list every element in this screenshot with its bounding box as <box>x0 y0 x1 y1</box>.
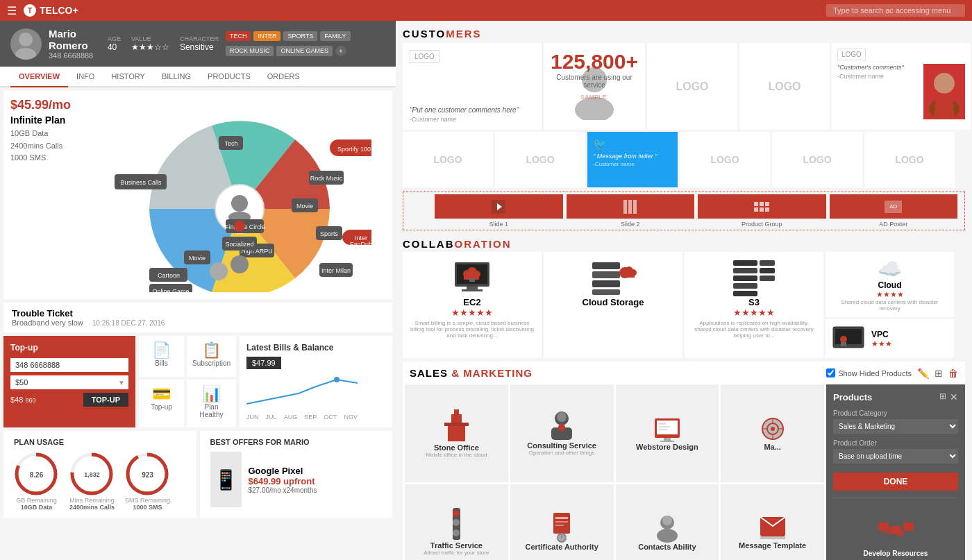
search-input[interactable] <box>826 4 965 17</box>
offer-name: Google Pixel <box>249 466 317 476</box>
cloud-vpc-stack: ☁️ Cloud ★★★★ Shared cloud data centers … <box>826 252 954 358</box>
svg-rect-61 <box>835 329 862 344</box>
sm-webstore[interactable]: Webstore Design <box>616 384 719 482</box>
customer-name: -Customer name <box>410 116 535 123</box>
category-label: Product Category <box>833 409 958 417</box>
topup-phone-input[interactable] <box>10 358 128 372</box>
plan-healthy-action[interactable]: 📊 Plan Healthy <box>187 380 236 428</box>
mins-usage: 1,832 Mins Remaining 2400mins Calls <box>69 452 115 511</box>
cloud-name: Cloud <box>878 280 902 290</box>
sm-consulting[interactable]: Consulting Service Operation and other t… <box>510 384 614 482</box>
tab-orders[interactable]: ORDERS <box>259 67 308 87</box>
hamburger-icon[interactable]: ☰ <box>7 4 17 17</box>
svg-rect-105 <box>897 531 904 536</box>
tab-overview[interactable]: OVERVIEW <box>10 67 68 87</box>
show-hidden-label[interactable]: Show Hided Products <box>826 368 912 377</box>
tag-rock[interactable]: ROCK MUSIC <box>226 46 274 56</box>
sm-certificate[interactable]: Certificate Authority <box>510 484 614 561</box>
collab-cloud-storage[interactable]: Cloud Storage <box>544 252 682 358</box>
svg-text:Sports: Sports <box>320 230 339 237</box>
plan-usage-title: PLAN USAGE <box>14 438 186 446</box>
show-hidden-checkbox[interactable] <box>826 368 835 377</box>
topup-amount-input[interactable] <box>10 375 128 389</box>
radial-chart-svg: Sportify 100 Business Calls Tech Rock Mu… <box>108 98 371 292</box>
sm-header: SALES & MARKETING Show Hided Products ✏️… <box>403 362 965 384</box>
collab-vpc[interactable]: VPC ★★★ <box>826 319 954 358</box>
avatar <box>10 28 42 60</box>
svg-text:Finance Circle: Finance Circle <box>225 223 265 230</box>
slides-row: Slide 1 Slide 2 <box>403 192 965 230</box>
svg-point-98 <box>657 529 678 543</box>
done-button[interactable]: DONE <box>833 473 958 491</box>
svg-rect-77 <box>664 438 671 441</box>
left-panel: Mario Romero 348 6668888 AGE 40 VALUE ★★… <box>0 21 396 560</box>
brand-logo: T TELCO+ <box>24 4 78 17</box>
slides-spacer <box>410 194 431 228</box>
svg-rect-64 <box>448 426 465 441</box>
slide-ad-poster[interactable]: AD AD Poster <box>830 194 958 228</box>
tag-family[interactable]: FAMILY <box>320 31 350 41</box>
tab-history[interactable]: HISTORY <box>103 67 153 87</box>
svg-rect-52 <box>733 260 757 266</box>
s3-desc: Applications is replicated on high avail… <box>692 320 816 339</box>
svg-rect-54 <box>733 275 757 281</box>
cloud-desc: Shared cloud data centers with disaster … <box>831 299 948 312</box>
offer-image: 📱 <box>210 452 242 507</box>
topup-button[interactable]: TOP-UP <box>83 393 128 407</box>
order-select[interactable]: Base on upload time <box>833 449 958 464</box>
category-select[interactable]: Sales & Marketing <box>833 419 958 434</box>
person-bubble-2[interactable] <box>210 262 228 280</box>
slide-product-group[interactable]: Product Group <box>698 194 826 228</box>
sm-message-template[interactable]: Message Template <box>721 484 824 561</box>
topup-action[interactable]: 💳 Top-up <box>139 380 184 428</box>
collab-cloud[interactable]: ☁️ Cloud ★★★★ Shared cloud data centers … <box>826 252 954 317</box>
s3-stars: ★★★★★ <box>733 307 775 318</box>
tab-products[interactable]: PRODUCTS <box>199 67 259 87</box>
tag-games[interactable]: ONLINE GAMES <box>276 46 333 56</box>
quick-actions: 📄 Bills 📋 Subscription 💳 Top-up 📊 Plan H… <box>139 336 236 427</box>
tag-inter[interactable]: INTER <box>253 31 280 41</box>
ma-name: Ma... <box>764 443 780 451</box>
sm-section-title: SALES & MARKETING <box>410 367 533 379</box>
customers-grid: LOGO "Put one customer comments here" -C… <box>396 43 972 130</box>
svg-rect-45 <box>592 271 620 278</box>
sms-usage: 923 SMS Remaining 1000 SMS <box>125 452 170 511</box>
sm-contacts[interactable]: Contacts Ability <box>616 484 719 561</box>
svg-text:Cartoon: Cartoon <box>158 272 180 279</box>
slide-1[interactable]: Slide 1 <box>435 194 563 228</box>
grid-icon[interactable]: ⊞ <box>935 368 943 379</box>
resize-icon[interactable]: ⊞ <box>939 391 946 402</box>
tag-sports[interactable]: SPORTS <box>283 31 317 41</box>
bills-action[interactable]: 📄 Bills <box>139 336 184 377</box>
svg-rect-91 <box>555 517 568 519</box>
close-icon[interactable]: ✕ <box>950 391 958 402</box>
collab-s3[interactable]: S3 ★★★★★ Applications is replicated on h… <box>685 252 823 358</box>
tab-billing[interactable]: BILLING <box>153 67 199 87</box>
collab-ec2[interactable]: EC2 ★★★★★ Smart billing is a simple, clo… <box>403 252 542 358</box>
svg-rect-75 <box>659 426 670 427</box>
sm-traffic[interactable]: Traffic Service Attract traffic for your… <box>405 484 508 561</box>
user-meta: AGE 40 VALUE ★★★☆☆ CHARACTER Sensitive <box>108 35 219 52</box>
tag-add-button[interactable]: + <box>335 46 346 56</box>
subscription-action[interactable]: 📋 Subscription <box>187 336 236 377</box>
order-label: Product Order <box>833 439 958 447</box>
svg-text:Movie: Movie <box>189 255 206 262</box>
tag-tech[interactable]: TECH <box>226 31 251 41</box>
edit-icon[interactable]: ✏️ <box>917 368 929 379</box>
svg-rect-38 <box>462 289 483 291</box>
bills-title: Latest Bills & Balance <box>246 343 385 353</box>
delete-icon[interactable]: 🗑 <box>948 368 958 379</box>
svg-point-19 <box>334 377 340 382</box>
plan-info: $45.99/mo Infinite Plan 10GB Data 2400mi… <box>10 98 108 292</box>
tab-info[interactable]: INFO <box>68 67 103 87</box>
logo-card-3: LOGO <box>403 132 493 187</box>
sm-stone-office[interactable]: Stone Office Mobile office in the cloud <box>405 384 508 482</box>
develop-resources-item[interactable]: Develop Resources More resources make th… <box>833 498 958 560</box>
sm-ma[interactable]: Ma... <box>721 384 824 482</box>
slide-2[interactable]: Slide 2 <box>567 194 695 228</box>
person-bubble-1[interactable] <box>231 255 249 273</box>
svg-rect-43 <box>469 278 475 282</box>
logo-card-1: LOGO <box>647 43 737 130</box>
svg-rect-56 <box>733 291 757 296</box>
message-template-name: Message Template <box>739 541 806 550</box>
